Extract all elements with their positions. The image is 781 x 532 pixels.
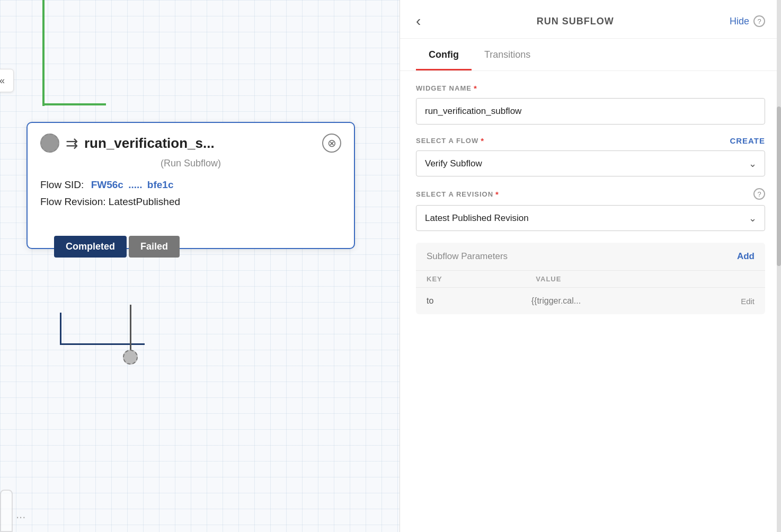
node-header: ⇉ run_verification_s... ⊗ bbox=[40, 134, 341, 153]
select-revision-label: SELECT A REVISION * bbox=[416, 190, 499, 199]
panel-scrollbar-thumb bbox=[777, 107, 781, 266]
select-flow-label: SELECT A FLOW * bbox=[416, 136, 484, 145]
param-value: {{trigger.cal... bbox=[531, 296, 741, 306]
create-flow-button[interactable]: CREATE bbox=[730, 136, 765, 145]
close-icon: ⊗ bbox=[327, 137, 336, 149]
completed-button[interactable]: Completed bbox=[54, 236, 127, 258]
node-info: Flow SID: FW56c ..... bfe1c Flow Revisio… bbox=[40, 176, 341, 211]
params-table-header: KEY VALUE bbox=[416, 270, 765, 287]
param-edit-button[interactable]: Edit bbox=[741, 297, 755, 306]
flow-sid-dots: ..... bbox=[128, 179, 142, 190]
flow-sid-end: bfe1c bbox=[147, 179, 174, 190]
tab-config[interactable]: Config bbox=[416, 41, 472, 70]
revision-select[interactable]: Latest Published Revision bbox=[416, 205, 765, 231]
revision-select-wrapper: Latest Published Revision ⌄ bbox=[416, 205, 765, 231]
panel-content: WIDGET NAME * SELECT A FLOW * CREATE Ver… bbox=[400, 71, 781, 532]
node-subtitle: (Run Subflow) bbox=[40, 158, 341, 169]
revision-help-icon[interactable]: ? bbox=[753, 188, 765, 200]
end-node-circle bbox=[123, 350, 138, 365]
node-close-button[interactable]: ⊗ bbox=[322, 134, 341, 153]
node-title: run_verification_s... bbox=[84, 135, 215, 152]
canvas-area: ⇉ run_verification_s... ⊗ (Run Subflow) … bbox=[0, 0, 400, 532]
subflow-params-section: Subflow Parameters Add KEY VALUE to {{tr… bbox=[416, 243, 765, 314]
node-card: ⇉ run_verification_s... ⊗ (Run Subflow) … bbox=[26, 122, 355, 249]
subflow-params-header: Subflow Parameters Add bbox=[416, 243, 765, 270]
green-connector-vertical bbox=[42, 0, 45, 106]
param-key: to bbox=[427, 296, 531, 306]
flow-revision-label: Flow Revision: LatestPublished bbox=[40, 196, 180, 207]
subflow-params-title: Subflow Parameters bbox=[427, 251, 508, 262]
help-icon-header[interactable]: ? bbox=[753, 15, 765, 27]
node-buttons: Completed Failed bbox=[54, 236, 180, 258]
panel-hide-group: Hide ? bbox=[730, 15, 765, 27]
select-revision-row: SELECT A REVISION * ? bbox=[416, 188, 765, 200]
bottom-truncated-box bbox=[0, 490, 13, 532]
failed-button[interactable]: Failed bbox=[129, 236, 180, 258]
panel-tabs: Config Transitions bbox=[400, 41, 781, 71]
node-icon-title: ⇉ run_verification_s... bbox=[40, 134, 215, 153]
bottom-dots: ... bbox=[16, 508, 25, 521]
select-flow-row: SELECT A FLOW * CREATE bbox=[416, 136, 765, 145]
panel-scrollbar[interactable] bbox=[777, 0, 781, 532]
required-star-revision: * bbox=[495, 190, 499, 199]
hide-button[interactable]: Hide bbox=[730, 16, 749, 27]
collapse-panel-button[interactable]: « bbox=[0, 69, 14, 92]
green-connector-horizontal bbox=[42, 103, 106, 105]
connector-down-left bbox=[60, 313, 61, 344]
param-row: to {{trigger.cal... Edit bbox=[416, 287, 765, 314]
flow-select[interactable]: Verify Subflow bbox=[416, 150, 765, 176]
tab-transitions[interactable]: Transitions bbox=[472, 41, 543, 70]
flow-sid-start: FW56c bbox=[91, 179, 123, 190]
node-flow-icon: ⇉ bbox=[66, 135, 78, 152]
required-star-widget: * bbox=[474, 84, 477, 93]
right-panel: ‹ RUN SUBFLOW Hide ? Config Transitions … bbox=[400, 0, 781, 532]
collapse-icon: « bbox=[0, 75, 5, 86]
back-button[interactable]: ‹ bbox=[416, 13, 421, 30]
required-star-flow: * bbox=[481, 136, 484, 145]
connector-horizontal-bottom bbox=[60, 343, 145, 345]
panel-title: RUN SUBFLOW bbox=[537, 16, 614, 27]
panel-header: ‹ RUN SUBFLOW Hide ? bbox=[400, 0, 781, 39]
params-key-header: KEY bbox=[427, 275, 536, 283]
params-value-header: VALUE bbox=[536, 275, 755, 283]
connector-down-right bbox=[130, 305, 131, 352]
flow-sid-label: Flow SID: bbox=[40, 179, 84, 190]
widget-name-label: WIDGET NAME * bbox=[416, 84, 765, 93]
widget-name-input[interactable] bbox=[416, 98, 765, 125]
node-status-circle bbox=[40, 134, 59, 153]
add-param-button[interactable]: Add bbox=[737, 251, 755, 262]
flow-select-wrapper: Verify Subflow ⌄ bbox=[416, 150, 765, 176]
